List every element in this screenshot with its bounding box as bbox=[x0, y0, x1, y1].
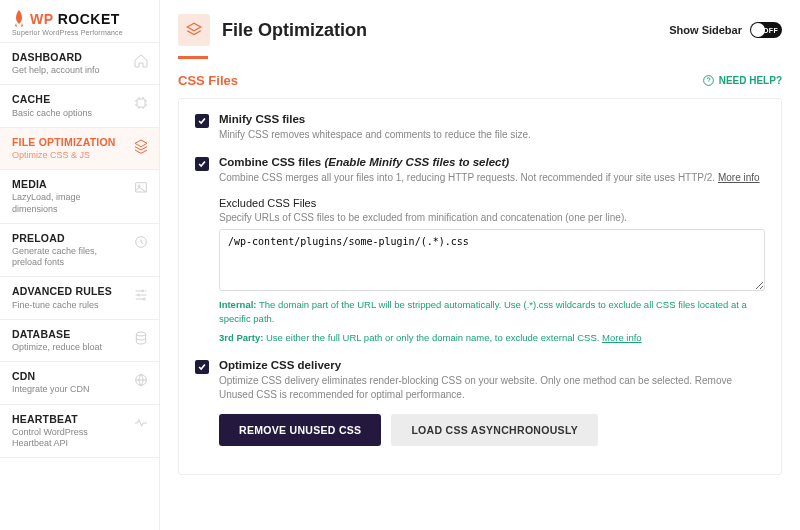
nav: DASHBOARDGet help, account info CACHEBas… bbox=[0, 43, 159, 530]
hint-internal: Internal: The domain part of the URL wil… bbox=[219, 298, 765, 327]
sidebar-item-label: CDN bbox=[12, 370, 90, 383]
sidebar-item-database[interactable]: DATABASEOptimize, reduce bloat bbox=[0, 320, 159, 362]
hint-third-party: 3rd Party: Use either the full URL path … bbox=[219, 331, 765, 345]
sidebar-item-label: MEDIA bbox=[12, 178, 127, 191]
need-help-link[interactable]: NEED HELP? bbox=[702, 74, 782, 87]
sidebar-item-sub: Control WordPress Heartbeat API bbox=[12, 427, 127, 450]
show-sidebar-toggle[interactable]: Show Sidebar OFF bbox=[669, 22, 782, 38]
show-sidebar-label: Show Sidebar bbox=[669, 24, 742, 36]
option-desc: Minify CSS removes whitespace and commen… bbox=[219, 128, 765, 142]
brand-name-b: ROCKET bbox=[53, 11, 120, 27]
checkbox-combine-css[interactable] bbox=[195, 157, 209, 171]
home-icon bbox=[133, 53, 149, 69]
sidebar-item-file-optimization[interactable]: FILE OPTIMIZATIONOptimize CSS & JS bbox=[0, 128, 159, 170]
sidebar-item-advanced-rules[interactable]: ADVANCED RULESFine-tune cache rules bbox=[0, 277, 159, 319]
remove-unused-css-button[interactable]: REMOVE UNUSED CSS bbox=[219, 414, 381, 446]
sidebar-item-label: ADVANCED RULES bbox=[12, 285, 112, 298]
brand-logo: WP ROCKET Superior WordPress Performance bbox=[0, 0, 159, 43]
sidebar-item-label: FILE OPTIMIZATION bbox=[12, 136, 116, 149]
sidebar-item-sub: Optimize CSS & JS bbox=[12, 150, 116, 161]
sidebar-item-label: CACHE bbox=[12, 93, 92, 106]
load-css-async-button[interactable]: LOAD CSS ASYNCHRONOUSLY bbox=[391, 414, 598, 446]
sidebar-item-sub: LazyLoad, image dimensions bbox=[12, 192, 127, 215]
sidebar-item-dashboard[interactable]: DASHBOARDGet help, account info bbox=[0, 43, 159, 85]
main: File Optimization Show Sidebar OFF CSS F… bbox=[160, 0, 800, 530]
toggle-state: OFF bbox=[763, 27, 778, 34]
option-desc: Optimize CSS delivery eliminates render-… bbox=[219, 374, 765, 402]
sidebar-item-label: PRELOAD bbox=[12, 232, 127, 245]
topbar: File Optimization Show Sidebar OFF bbox=[160, 0, 800, 56]
checkbox-optimize-delivery[interactable] bbox=[195, 360, 209, 374]
sidebar-item-cache[interactable]: CACHEBasic cache options bbox=[0, 85, 159, 127]
sidebar-item-label: HEARTBEAT bbox=[12, 413, 127, 426]
more-info-link[interactable]: More info bbox=[602, 332, 642, 343]
page-icon bbox=[178, 14, 210, 46]
option-optimize-css-delivery: Optimize CSS delivery Optimize CSS deliv… bbox=[195, 359, 765, 446]
clock-icon bbox=[133, 234, 149, 250]
option-title: Minify CSS files bbox=[219, 113, 765, 125]
page-title: File Optimization bbox=[222, 20, 367, 41]
database-icon bbox=[133, 330, 149, 346]
svg-point-4 bbox=[142, 290, 144, 292]
svg-point-2 bbox=[138, 185, 140, 187]
image-icon bbox=[133, 180, 149, 196]
sidebar-item-sub: Integrate your CDN bbox=[12, 384, 90, 395]
layers-icon bbox=[133, 138, 149, 154]
sidebar-item-sub: Fine-tune cache rules bbox=[12, 300, 112, 311]
sidebar-item-label: DASHBOARD bbox=[12, 51, 100, 64]
sidebar-item-label: DATABASE bbox=[12, 328, 102, 341]
svg-point-6 bbox=[143, 298, 145, 300]
sidebar-item-sub: Generate cache files, preload fonts bbox=[12, 246, 127, 269]
section-title: CSS Files bbox=[178, 73, 238, 88]
excluded-label: Excluded CSS Files bbox=[219, 197, 765, 209]
checkbox-minify-css[interactable] bbox=[195, 114, 209, 128]
svg-point-5 bbox=[138, 294, 140, 296]
sliders-icon bbox=[133, 287, 149, 303]
sidebar-item-cdn[interactable]: CDNIntegrate your CDN bbox=[0, 362, 159, 404]
svg-point-7 bbox=[136, 332, 145, 336]
heartbeat-icon bbox=[133, 415, 149, 431]
tab-indicator bbox=[178, 56, 782, 59]
sidebar-item-media[interactable]: MEDIALazyLoad, image dimensions bbox=[0, 170, 159, 224]
globe-icon bbox=[133, 372, 149, 388]
excluded-desc: Specify URLs of CSS files to be excluded… bbox=[219, 212, 765, 223]
options-panel: Minify CSS files Minify CSS removes whit… bbox=[178, 98, 782, 475]
svg-rect-0 bbox=[137, 99, 145, 107]
sidebar-item-preload[interactable]: PRELOADGenerate cache files, preload fon… bbox=[0, 224, 159, 278]
option-minify-css: Minify CSS files Minify CSS removes whit… bbox=[195, 113, 765, 142]
brand-tagline: Superior WordPress Performance bbox=[12, 29, 147, 36]
sidebar-item-sub: Optimize, reduce bloat bbox=[12, 342, 102, 353]
option-title: Combine CSS files (Enable Minify CSS fil… bbox=[219, 156, 765, 168]
layers-icon bbox=[185, 21, 203, 39]
rocket-icon bbox=[12, 10, 26, 28]
option-desc: Combine CSS merges all your files into 1… bbox=[219, 171, 765, 185]
option-title: Optimize CSS delivery bbox=[219, 359, 765, 371]
sidebar-item-sub: Basic cache options bbox=[12, 108, 92, 119]
help-icon bbox=[702, 74, 715, 87]
excluded-css-textarea[interactable]: /wp-content/plugins/some-plugin/(.*).css bbox=[219, 229, 765, 291]
need-help-label: NEED HELP? bbox=[719, 75, 782, 86]
brand-name-a: WP bbox=[30, 11, 53, 27]
content: CSS Files NEED HELP? Minify CSS files Mi… bbox=[160, 59, 800, 530]
more-info-link[interactable]: More info bbox=[718, 172, 760, 183]
toggle-switch[interactable]: OFF bbox=[750, 22, 782, 38]
sidebar-item-heartbeat[interactable]: HEARTBEATControl WordPress Heartbeat API bbox=[0, 405, 159, 459]
chip-icon bbox=[133, 95, 149, 111]
sidebar-item-sub: Get help, account info bbox=[12, 65, 100, 76]
option-combine-css: Combine CSS files (Enable Minify CSS fil… bbox=[195, 156, 765, 345]
sidebar: WP ROCKET Superior WordPress Performance… bbox=[0, 0, 160, 530]
